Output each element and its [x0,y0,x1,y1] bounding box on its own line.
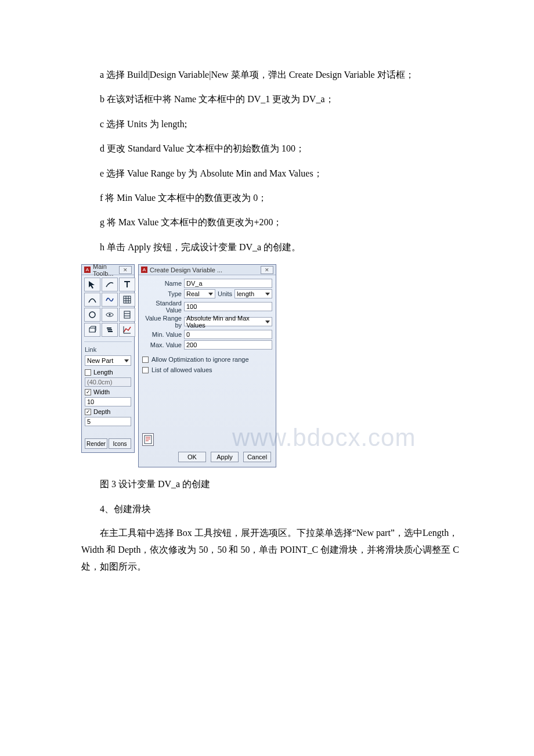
step-e: e 选择 Value Range by 为 Absolute Min and M… [81,163,464,185]
close-icon[interactable]: ✕ [119,266,132,274]
svg-rect-6 [145,435,151,444]
width-input[interactable]: 10 [85,397,131,406]
svg-point-1 [89,312,95,318]
dialog-titlebar: A Create Design Variable ... ✕ [139,265,276,275]
svg-rect-5 [89,328,95,332]
apply-button[interactable]: Apply [211,452,239,462]
length-label: Length [93,369,113,376]
units-value: length [237,290,254,297]
new-part-value: New Part [87,357,113,364]
units-select[interactable]: length [234,289,272,298]
std-value-label: Standard Value [142,300,184,314]
units-label: Units [215,290,234,297]
step-f: f 将 Min Value 文本框中的数值更改为 0； [81,187,464,209]
cancel-button[interactable]: Cancel [243,452,271,462]
link-label: Link [82,344,134,354]
chevron-down-icon [265,293,270,296]
chevron-down-icon [124,359,129,362]
dialog-title: Create Design Variable ... [150,267,258,273]
step-a: a 选择 Build|Design Variable|New 菜单项，弹出 Cr… [81,64,464,86]
allow-optimization-checkbox[interactable] [142,357,149,363]
main-toolbox-panel: A Main Toolb... ✕ [81,264,135,453]
chevron-down-icon [208,293,213,296]
ok-button[interactable]: OK [178,452,206,462]
figure-caption: 图 3 设计变量 DV_a 的创建 [81,473,464,495]
list-allowed-checkbox[interactable] [142,367,149,373]
range-value: Absolute Min and Max Values [186,315,265,329]
app-icon: A [141,267,147,273]
film-tool-icon[interactable] [119,308,135,322]
std-value-input[interactable]: 100 [184,302,272,311]
section-4-body: 在主工具箱中选择 Box 工具按钮，展开选项区。下拉菜单选择“New part”… [81,525,464,575]
close-icon[interactable]: ✕ [261,266,273,274]
section-4-title: 4、创建滑块 [81,498,464,520]
range-label: Value Range by [142,315,184,329]
eye-tool-icon[interactable] [102,308,118,322]
min-value-input[interactable]: 0 [184,330,272,339]
new-part-dropdown[interactable]: New Part [85,355,131,366]
chevron-down-icon [265,321,270,323]
step-h: h 单击 Apply 按钮，完成设计变量 DV_a 的创建。 [81,236,464,258]
max-value-label: Max. Value [142,341,184,348]
max-value-input[interactable]: 200 [184,340,272,350]
grid-tool-icon[interactable] [119,293,135,307]
step-c: c 选择 Units 为 length; [81,113,464,135]
svg-rect-4 [124,311,130,318]
render-button[interactable]: Render [85,438,107,449]
circle-tool-icon[interactable] [84,308,100,322]
depth-input[interactable]: 5 [85,417,131,426]
spline-tool-icon[interactable] [102,293,118,307]
svg-rect-0 [124,296,131,303]
arc-tool-icon[interactable] [84,293,100,307]
step-d: d 更改 Standard Value 文本框中的初始数值为 100； [81,138,464,160]
app-icon: A [84,267,91,273]
length-checkbox[interactable] [85,369,91,376]
name-input[interactable]: DV_a [184,279,272,288]
list-allowed-label: List of allowed values [151,366,212,373]
width-checkbox[interactable]: ✓ [85,389,91,395]
type-label: Type [142,290,184,297]
toolbox-title: Main Toolb... [93,263,117,277]
box-tool-icon[interactable] [84,323,100,337]
graph-tool-icon[interactable] [119,323,135,337]
range-select[interactable]: Absolute Min and Max Values [184,317,272,326]
depth-label: Depth [93,408,110,415]
line-tool-icon[interactable] [102,278,118,291]
tool-grid [82,275,134,339]
step-b: b 在该对话框中将 Name 文本框中的 DV_1 更改为 DV_a； [81,88,464,110]
min-value-label: Min. Value [142,331,184,338]
type-select[interactable]: Real [184,289,215,298]
layers-tool-icon[interactable] [102,323,118,337]
toolbox-titlebar: A Main Toolb... ✕ [82,265,134,275]
select-tool-icon[interactable] [84,278,100,291]
svg-point-3 [109,314,111,316]
type-value: Real [186,290,200,297]
length-input[interactable]: (40.0cm) [85,377,131,387]
create-design-variable-dialog: A Create Design Variable ... ✕ Name DV_a… [138,264,276,467]
name-label: Name [142,280,184,287]
allow-optimization-label: Allow Optimization to ignore range [151,356,249,363]
icons-button[interactable]: Icons [109,438,131,449]
step-g: g 将 Max Value 文本框中的数值更改为+200； [81,211,464,233]
notes-icon[interactable] [142,433,154,446]
width-label: Width [93,388,110,395]
text-tool-icon[interactable] [119,278,135,291]
depth-checkbox[interactable]: ✓ [85,409,91,415]
